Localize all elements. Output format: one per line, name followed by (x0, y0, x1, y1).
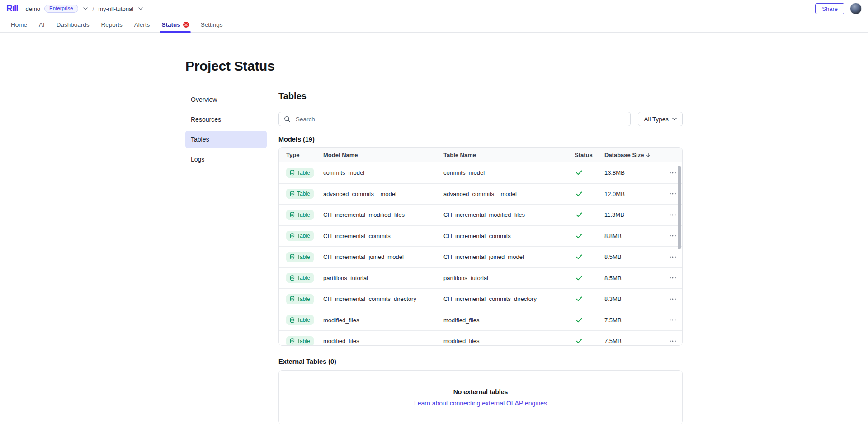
table-name-cell: CH_incremental_commits (443, 233, 575, 239)
external-tables-empty-state: No external tables Learn about connectin… (278, 370, 683, 424)
sidebar-item-label: Tables (191, 136, 209, 143)
sort-desc-arrow-icon (646, 153, 651, 157)
share-button[interactable]: Share (815, 3, 844, 14)
sidebar-item-tables[interactable]: Tables (185, 131, 267, 148)
database-icon (290, 191, 295, 197)
database-size-cell: 11.3MB (604, 211, 663, 218)
header-actions: Share (815, 3, 862, 14)
status-cell (575, 339, 604, 343)
app-root: Rill demo Enterprise / my-rill-tutorial … (0, 0, 868, 434)
database-size-cell: 8.5MB (604, 253, 663, 260)
database-size-cell: 8.8MB (604, 233, 663, 239)
model-name-cell: modified_files (323, 317, 443, 324)
table-row: Table CH_incremental_joined_model CH_inc… (279, 247, 682, 268)
model-name: modified_files__ (323, 338, 366, 344)
table-row: Table commits_model commits_model 13.8MB (279, 162, 682, 184)
tab-ai[interactable]: AI (33, 17, 51, 32)
org-chevron-down-icon[interactable] (82, 6, 89, 11)
tab-settings[interactable]: Settings (195, 17, 229, 32)
type-badge-label: Table (297, 317, 310, 323)
main-content: Project Status Overview Resources Tables… (0, 33, 868, 434)
row-menu-button[interactable] (666, 232, 679, 239)
nav-tabs: Home AI Dashboards Reports Alerts Status… (0, 17, 868, 33)
database-size: 8.5MB (604, 253, 622, 260)
table-row: Table partitions_tutorial partitions_tut… (279, 268, 682, 289)
search-input[interactable] (295, 115, 625, 123)
tables-heading: Tables (278, 91, 683, 101)
tab-status[interactable]: Status (156, 17, 194, 32)
model-name-cell: modified_files__ (323, 338, 443, 344)
row-menu-button[interactable] (666, 253, 679, 261)
row-menu-button[interactable] (666, 316, 679, 324)
sidebar-item-overview[interactable]: Overview (185, 91, 267, 108)
rill-logo[interactable]: Rill (6, 3, 18, 14)
model-name: partitions_tutorial (323, 275, 368, 281)
type-cell: Table (286, 273, 323, 283)
status-ok-check-icon (575, 170, 582, 175)
table-row: Table modified_files__ modified_files__ … (279, 331, 682, 345)
breadcrumb: Rill demo Enterprise / my-rill-tutorial (6, 4, 144, 14)
column-header-type: Type (286, 152, 323, 158)
table-name: CH_incremental_commits (443, 233, 511, 239)
app-header: Rill demo Enterprise / my-rill-tutorial … (0, 0, 868, 33)
model-name: CH_incremental_modified_files (323, 211, 405, 218)
table-name: CH_incremental_modified_files (443, 211, 525, 218)
models-table: Type Model Name Table Name Status Databa… (278, 147, 683, 346)
status-cell (575, 234, 604, 238)
database-icon (290, 170, 295, 176)
model-name: modified_files (323, 317, 359, 324)
type-badge-label: Table (297, 275, 310, 281)
tab-label: Status (161, 21, 180, 28)
model-name: CH_incremental_commits_directory (323, 296, 416, 302)
type-badge-label: Table (297, 170, 310, 176)
project-name[interactable]: my-rill-tutorial (98, 5, 133, 12)
model-name: CH_incremental_joined_model (323, 253, 404, 260)
column-header-model-name: Model Name (323, 152, 443, 158)
database-icon (290, 254, 295, 260)
type-badge: Table (286, 210, 314, 220)
database-icon (290, 212, 295, 218)
type-cell: Table (286, 336, 323, 345)
row-menu-button[interactable] (666, 338, 679, 345)
type-filter-dropdown[interactable]: All Types (638, 112, 683, 126)
table-scrollbar-thumb[interactable] (678, 166, 681, 249)
tab-home[interactable]: Home (5, 17, 33, 32)
sidebar-item-logs[interactable]: Logs (185, 151, 267, 168)
table-name: CH_incremental_commits_directory (443, 296, 537, 302)
row-menu-button[interactable] (666, 274, 679, 281)
tab-label: Home (11, 21, 27, 28)
column-header-table-name: Table Name (443, 152, 575, 158)
model-name-cell: CH_incremental_commits (323, 233, 443, 239)
sidebar-item-resources[interactable]: Resources (185, 111, 267, 128)
user-avatar[interactable] (850, 3, 862, 14)
tab-reports[interactable]: Reports (95, 17, 128, 32)
status-sidebar: Overview Resources Tables Logs (185, 91, 267, 168)
breadcrumb-separator: / (93, 5, 94, 12)
row-menu-button[interactable] (666, 296, 679, 303)
database-size: 8.8MB (604, 233, 622, 239)
tables-toolbar: All Types (278, 112, 683, 126)
org-name[interactable]: demo (26, 5, 41, 12)
row-menu-button[interactable] (666, 169, 679, 176)
tab-dashboards[interactable]: Dashboards (51, 17, 95, 32)
actions-cell (663, 316, 682, 324)
status-cell (575, 296, 604, 301)
project-chevron-down-icon[interactable] (137, 6, 144, 11)
database-size: 8.3MB (604, 296, 622, 302)
olap-engines-link[interactable]: Learn about connecting external OLAP eng… (414, 400, 547, 407)
database-size-cell: 12.0MB (604, 191, 663, 197)
type-filter-chevron-down-icon (672, 118, 677, 120)
tab-label: Reports (101, 21, 123, 28)
status-ok-check-icon (575, 254, 582, 259)
table-name-cell: advanced_commits__model (443, 191, 575, 197)
row-menu-button[interactable] (666, 190, 679, 197)
type-badge-label: Table (297, 212, 310, 218)
row-menu-button[interactable] (666, 211, 679, 219)
search-box[interactable] (278, 112, 631, 126)
status-cell (575, 276, 604, 281)
column-header-database-size[interactable]: Database Size (604, 152, 663, 158)
tab-label: Dashboards (57, 21, 90, 28)
type-badge-label: Table (297, 339, 310, 344)
tab-alerts[interactable]: Alerts (128, 17, 156, 32)
database-size: 8.5MB (604, 275, 622, 281)
